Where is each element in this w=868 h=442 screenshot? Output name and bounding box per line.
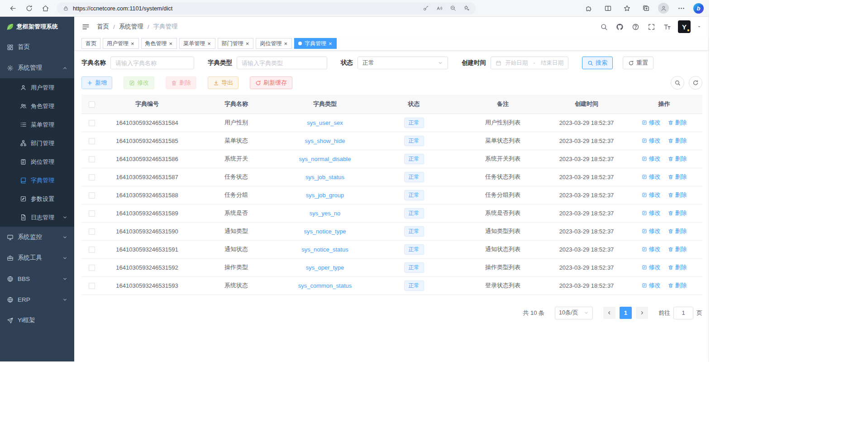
browser-menu-button[interactable] <box>674 1 688 15</box>
sidebar-item-user[interactable]: 用户管理 <box>0 78 74 97</box>
dict-type-link[interactable]: sys_job_group <box>306 192 344 199</box>
prev-page-button[interactable] <box>603 307 615 319</box>
row-delete-button[interactable]: 删除 <box>668 137 687 145</box>
row-edit-button[interactable]: 修改 <box>642 155 661 163</box>
row-checkbox[interactable] <box>89 283 95 289</box>
sidebar-item-yi[interactable]: Yi框架 <box>0 310 74 331</box>
search-button[interactable]: 搜索 <box>582 57 613 69</box>
row-checkbox[interactable] <box>89 156 95 162</box>
browser-reload-button[interactable] <box>21 1 37 15</box>
row-checkbox[interactable] <box>89 138 95 144</box>
sidebar-item-post[interactable]: 岗位管理 <box>0 152 74 171</box>
row-checkbox[interactable] <box>89 228 95 235</box>
row-delete-button[interactable]: 删除 <box>668 119 687 127</box>
dict-type-link[interactable]: sys_job_status <box>305 174 344 181</box>
sidebar-item-tools[interactable]: 系统工具 <box>0 247 74 268</box>
dict-type-link[interactable]: sys_show_hide <box>305 138 345 144</box>
add-button[interactable]: 新增 <box>81 76 112 89</box>
sidebar-item-bbs[interactable]: BBS <box>0 268 74 289</box>
dict-type-link[interactable]: sys_yes_no <box>310 210 341 217</box>
tab-4[interactable]: 部门管理× <box>218 38 254 49</box>
browser-home-button[interactable] <box>37 1 53 15</box>
tab-close-icon[interactable]: × <box>328 41 333 47</box>
dict-name-input[interactable] <box>115 60 189 67</box>
toggle-search-button[interactable] <box>671 76 684 90</box>
sidebar-toggle-button[interactable] <box>78 19 93 34</box>
row-edit-button[interactable]: 修改 <box>642 137 661 145</box>
row-edit-button[interactable]: 修改 <box>642 281 661 290</box>
row-delete-button[interactable]: 删除 <box>668 173 687 181</box>
tab-2[interactable]: 角色管理× <box>141 38 177 49</box>
add-favorite-icon[interactable] <box>463 5 470 11</box>
row-edit-button[interactable]: 修改 <box>642 119 661 127</box>
split-screen-button[interactable] <box>601 1 615 15</box>
sidebar-item-dept[interactable]: 部门管理 <box>0 134 74 152</box>
copilot-button[interactable]: b <box>693 3 704 14</box>
edit-button[interactable]: 修改 <box>124 76 154 89</box>
row-edit-button[interactable]: 修改 <box>642 227 661 235</box>
sidebar-item-system[interactable]: 系统管理 <box>0 57 74 78</box>
tab-6[interactable]: 字典管理× <box>294 38 337 49</box>
tab-close-icon[interactable]: × <box>169 41 173 47</box>
export-button[interactable]: 导出 <box>208 76 238 89</box>
password-key-icon[interactable] <box>423 5 429 11</box>
status-select[interactable]: 正常 <box>358 57 448 69</box>
tab-close-icon[interactable]: × <box>283 41 288 47</box>
sidebar-item-config[interactable]: 参数设置 <box>0 190 74 208</box>
row-delete-button[interactable]: 删除 <box>668 155 687 163</box>
refresh-table-button[interactable] <box>689 76 702 90</box>
tab-0[interactable]: 首页 <box>81 38 100 49</box>
header-search-button[interactable] <box>599 22 609 32</box>
dict-type-link[interactable]: sys_normal_disable <box>299 156 351 162</box>
row-checkbox[interactable] <box>89 210 95 217</box>
refresh-cache-button[interactable]: 刷新缓存 <box>250 76 292 89</box>
row-delete-button[interactable]: 删除 <box>668 281 687 290</box>
browser-back-button[interactable] <box>5 1 21 15</box>
zoom-icon[interactable] <box>450 5 456 11</box>
breadcrumb-item[interactable]: 首页 <box>97 23 109 31</box>
sidebar-item-dict[interactable]: 字典管理 <box>0 171 74 190</box>
row-edit-button[interactable]: 修改 <box>642 209 661 217</box>
address-bar[interactable]: https://ccnetcore.com:1101/system/dict <box>57 2 476 14</box>
tab-1[interactable]: 用户管理× <box>103 38 139 49</box>
app-logo[interactable]: 意框架管理系统 <box>0 17 74 37</box>
row-checkbox[interactable] <box>89 247 95 253</box>
row-checkbox[interactable] <box>89 120 95 126</box>
favorites-button[interactable] <box>620 1 634 15</box>
row-checkbox[interactable] <box>89 265 95 271</box>
next-page-button[interactable] <box>636 307 648 319</box>
delete-button[interactable]: 删除 <box>166 76 196 89</box>
select-all-checkbox[interactable] <box>89 101 95 108</box>
tab-5[interactable]: 岗位管理× <box>256 38 292 49</box>
collections-button[interactable] <box>639 1 653 15</box>
dict-type-link[interactable]: sys_common_status <box>298 282 352 289</box>
sidebar-item-home[interactable]: 首页 <box>0 37 74 57</box>
sidebar-item-role[interactable]: 角色管理 <box>0 97 74 115</box>
row-delete-button[interactable]: 删除 <box>668 191 687 199</box>
row-checkbox[interactable] <box>89 174 95 181</box>
row-edit-button[interactable]: 修改 <box>642 173 661 181</box>
sidebar-item-monitor[interactable]: 系统监控 <box>0 227 74 247</box>
date-range-picker[interactable]: 开始日期 - 结束日期 <box>491 57 568 69</box>
breadcrumb-item[interactable]: 系统管理 <box>119 23 143 31</box>
extensions-button[interactable] <box>582 1 596 15</box>
dict-type-input[interactable] <box>242 60 322 67</box>
row-delete-button[interactable]: 删除 <box>668 227 687 235</box>
dict-type-link[interactable]: sys_notice_status <box>301 246 348 253</box>
sidebar-item-log[interactable]: 日志管理 <box>0 208 74 227</box>
page-1-button[interactable]: 1 <box>620 307 632 319</box>
row-edit-button[interactable]: 修改 <box>642 263 661 271</box>
browser-profile-avatar[interactable] <box>658 3 669 14</box>
font-size-button[interactable] <box>662 22 672 32</box>
tab-close-icon[interactable]: × <box>245 41 250 47</box>
row-edit-button[interactable]: 修改 <box>642 191 661 199</box>
sidebar-item-menu[interactable]: 菜单管理 <box>0 115 74 134</box>
page-size-select[interactable]: 10条/页 <box>555 307 593 319</box>
row-delete-button[interactable]: 删除 <box>668 209 687 217</box>
goto-page-input[interactable] <box>673 307 693 319</box>
tab-close-icon[interactable]: × <box>130 41 135 47</box>
row-edit-button[interactable]: 修改 <box>642 245 661 253</box>
user-menu-caret-icon[interactable] <box>696 24 702 29</box>
row-delete-button[interactable]: 删除 <box>668 245 687 253</box>
fullscreen-button[interactable] <box>646 22 656 32</box>
